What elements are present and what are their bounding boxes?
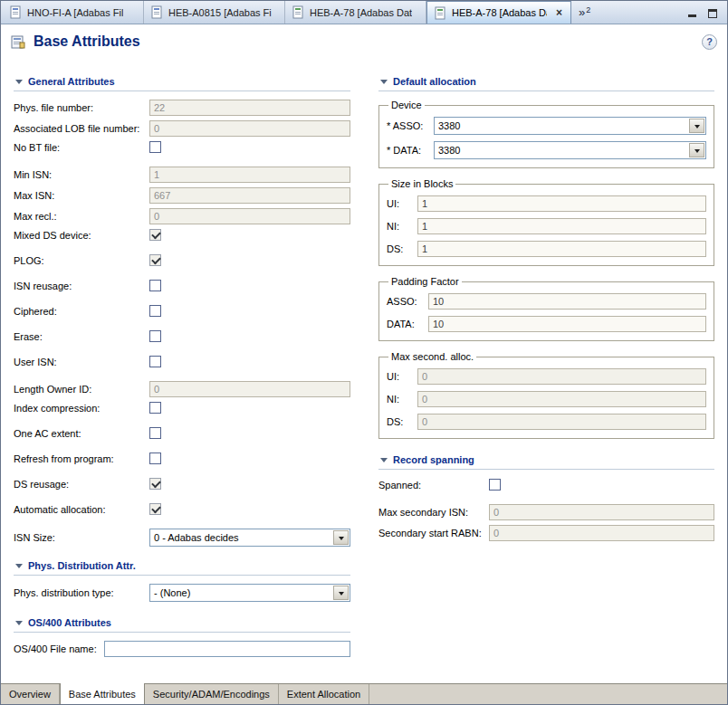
field-label: DS: — [387, 416, 417, 427]
field-row-refresh-from-program: Refresh from program: — [14, 453, 350, 464]
data-device-select[interactable]: 3380 — [434, 141, 706, 159]
field-label: Phys. distribution type: — [14, 587, 149, 598]
length-owner-id-input — [149, 381, 350, 397]
padding-asso-input[interactable] — [428, 293, 706, 310]
field-row-plog: PLOG: — [14, 254, 350, 266]
one-ac-extent-checkbox[interactable] — [149, 427, 161, 439]
field-label: Mixed DS device: — [14, 230, 149, 241]
field-row-asso-device: * ASSO: 3380 — [387, 117, 706, 135]
erase-checkbox[interactable] — [149, 330, 161, 342]
section-header-general-attributes[interactable]: General Attributes — [14, 73, 350, 91]
field-label: Associated LOB file number: — [14, 123, 149, 134]
help-icon[interactable]: ? — [702, 34, 717, 50]
field-row-size-ni: NI: — [387, 218, 706, 234]
field-row-index-compression: Index compression: — [14, 402, 350, 414]
field-label: ASSO: — [387, 296, 428, 307]
os400-file-name-input[interactable] — [104, 641, 350, 657]
view-toolbar — [685, 1, 727, 24]
field-row-one-ac-extent: One AC extent: — [14, 427, 350, 439]
close-icon[interactable]: × — [554, 7, 564, 18]
tab-overflow-chevron[interactable]: »2 — [571, 1, 596, 24]
field-row-ciphered: Ciphered: — [14, 305, 350, 317]
max-alloc-ui-input — [417, 368, 706, 385]
max-secondary-isn-input — [489, 504, 714, 520]
section-header-default-allocation[interactable]: Default allocation — [378, 73, 714, 91]
form-body: General Attributes Phys. file number: As… — [1, 59, 727, 683]
section-title: Phys. Distribution Attr. — [28, 560, 136, 571]
field-row-phys-file-number: Phys. file number: — [14, 100, 350, 116]
field-label: Secondary start RABN: — [378, 528, 489, 538]
size-ui-input[interactable] — [417, 195, 706, 212]
minimize-icon[interactable] — [685, 6, 699, 19]
field-row-secondary-start-rabn: Secondary start RABN: — [378, 525, 714, 541]
group-label: Max second. alloc. — [388, 351, 476, 362]
field-label: ISN reusage: — [14, 281, 149, 291]
padding-factor-group: Padding Factor ASSO: DATA: — [378, 276, 714, 341]
field-label: Index compression: — [14, 403, 149, 414]
field-row-max-isn: Max ISN: — [14, 187, 350, 204]
phys-distribution-type-select[interactable]: - (None) — [149, 584, 350, 602]
field-label: Max secondary ISN: — [378, 507, 489, 518]
field-label: ISN Size: — [14, 532, 149, 543]
field-label: Spanned: — [378, 480, 489, 491]
size-ds-input[interactable] — [417, 241, 706, 257]
editor-tab-heb-a-78[interactable]: HEB-A-78 [Adabas Dat — [285, 1, 426, 24]
tab-label: HNO-FI-A [Adabas Fil — [27, 7, 123, 18]
size-in-blocks-group: Size in Blocks UI: NI: DS: — [378, 178, 714, 266]
refresh-from-program-checkbox[interactable] — [149, 453, 161, 464]
field-row-max-alloc-ni: NI: — [387, 391, 706, 407]
field-label: Automatic allocation: — [14, 504, 149, 515]
maximize-icon[interactable] — [705, 6, 720, 19]
page-tab-security-adam-encodings[interactable]: Security/ADAM/Encodings — [145, 684, 279, 704]
asso-device-select[interactable]: 3380 — [434, 117, 706, 135]
page-tab-overview[interactable]: Overview — [1, 684, 60, 704]
adabas-file-icon — [150, 5, 164, 19]
adabas-database-icon — [434, 6, 447, 20]
isn-size-select[interactable]: 0 - Adabas decides — [149, 529, 350, 547]
max-alloc-ni-input — [417, 391, 706, 407]
form-editor-icon — [11, 34, 25, 49]
field-row-mixed-ds-device: Mixed DS device: — [14, 229, 350, 241]
field-row-padding-asso: ASSO: — [387, 293, 706, 310]
field-label: User ISN: — [14, 357, 149, 367]
spanned-checkbox[interactable] — [489, 479, 501, 491]
field-label: * DATA: — [387, 145, 434, 156]
section-header-os400[interactable]: OS/400 Attributes — [14, 614, 350, 633]
no-bt-file-checkbox[interactable] — [149, 141, 161, 153]
field-row-padding-data: DATA: — [387, 316, 706, 332]
page-tab-base-attributes[interactable]: Base Attributes — [60, 683, 145, 704]
page-tab-bar: Overview Base Attributes Security/ADAM/E… — [1, 683, 727, 704]
group-label: Size in Blocks — [388, 178, 455, 189]
page-title: Base Attributes — [34, 33, 702, 50]
field-label: Phys. file number: — [14, 102, 149, 113]
size-ni-input[interactable] — [417, 218, 706, 234]
section-header-record-spanning[interactable]: Record spanning — [378, 452, 714, 470]
group-label: Padding Factor — [388, 276, 462, 287]
section-header-phys-distribution[interactable]: Phys. Distribution Attr. — [14, 557, 350, 576]
field-label: Length Owner ID: — [14, 384, 149, 395]
page-tab-extent-allocation[interactable]: Extent Allocation — [279, 684, 369, 704]
collapse-toggle-icon — [380, 80, 388, 84]
index-compression-checkbox[interactable] — [149, 402, 161, 414]
editor-tab-heb-a0815[interactable]: HEB-A0815 [Adabas Fi — [144, 1, 285, 24]
editor-tab-hno-fi-a[interactable]: HNO-FI-A [Adabas Fil — [3, 1, 144, 24]
ciphered-checkbox[interactable] — [149, 305, 161, 317]
editor-tab-heb-a-78-active[interactable]: HEB-A-78 [Adabas Dat × — [426, 1, 571, 24]
selected-value: 3380 — [435, 145, 688, 156]
field-label: Refresh from program: — [14, 453, 149, 464]
automatic-allocation-checkbox — [149, 503, 161, 515]
padding-data-input[interactable] — [428, 316, 706, 332]
field-row-size-ui: UI: — [387, 195, 706, 212]
field-row-data-device: * DATA: 3380 — [387, 141, 706, 159]
field-label: DS: — [387, 243, 417, 254]
phys-file-number-input — [149, 100, 350, 116]
max-alloc-ds-input — [417, 414, 706, 430]
field-label: Max ISN: — [14, 190, 149, 201]
field-row-assoc-lob: Associated LOB file number: — [14, 120, 350, 137]
field-row-ds-reusage: DS reusage: — [14, 478, 350, 490]
field-label: Erase: — [14, 331, 149, 342]
isn-reusage-checkbox[interactable] — [149, 280, 161, 291]
max-recl-input — [149, 208, 350, 224]
field-label: NI: — [387, 394, 417, 405]
user-isn-checkbox[interactable] — [149, 356, 161, 367]
